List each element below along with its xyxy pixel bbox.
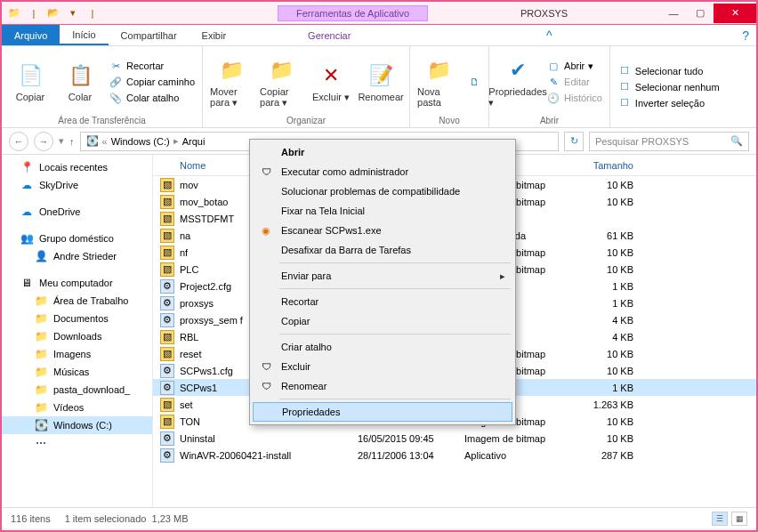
copy-to-button[interactable]: 📁Copiar para ▾ bbox=[260, 50, 302, 114]
drive-icon: 💽 bbox=[86, 135, 99, 147]
nav-documents[interactable]: 📁Documentos bbox=[2, 310, 152, 327]
shield-icon: 🛡 bbox=[258, 164, 274, 180]
ctx-scan[interactable]: ◉Escanear SCPws1.exe bbox=[253, 221, 512, 240]
tab-share[interactable]: Compartilhar bbox=[109, 25, 190, 45]
ctx-unpin-taskbar[interactable]: Desafixar da Barra de Tarefas bbox=[253, 240, 512, 260]
app-icon: ⚙ bbox=[160, 296, 174, 310]
cut-button[interactable]: ✂Recortar bbox=[109, 59, 195, 73]
up-button[interactable]: ↑ bbox=[69, 136, 75, 147]
ctx-compat[interactable]: Solucionar problemas de compatibilidade bbox=[253, 181, 512, 201]
ctx-cut[interactable]: Recortar bbox=[253, 292, 512, 311]
back-button[interactable]: ← bbox=[9, 132, 28, 151]
scan-icon: ◉ bbox=[258, 222, 274, 238]
view-details-button[interactable]: ☰ bbox=[712, 512, 728, 526]
tab-manage[interactable]: Gerenciar bbox=[295, 25, 363, 45]
window-title: PROXSYS bbox=[428, 8, 660, 19]
close-button[interactable]: ✕ bbox=[714, 4, 756, 23]
forward-button[interactable]: → bbox=[34, 132, 53, 151]
navigation-pane[interactable]: 📍Locais recentes ☁SkyDrive ☁OneDrive 👥Gr… bbox=[2, 155, 153, 507]
app-icon: ⚙ bbox=[160, 448, 174, 463]
ctx-send-to[interactable]: Enviar para▸ bbox=[253, 266, 512, 286]
ctx-rename[interactable]: 🛡Renomear bbox=[253, 376, 512, 396]
nav-user[interactable]: 👤Andre Strieder bbox=[2, 247, 152, 265]
refresh-button[interactable]: ↻ bbox=[564, 132, 584, 151]
qat-divider: | bbox=[27, 6, 41, 20]
paste-shortcut-button[interactable]: 📎Colar atalho bbox=[109, 91, 195, 105]
maximize-button[interactable]: ▢ bbox=[687, 4, 714, 23]
ctx-properties[interactable]: Propriedades bbox=[253, 402, 512, 422]
search-input[interactable]: Pesquisar PROXSYS🔍 bbox=[589, 132, 749, 151]
nav-computer[interactable]: 🖥Meu computador bbox=[2, 274, 152, 292]
file-row[interactable]: ⚙WinAVR-20060421-install28/11/2006 13:04… bbox=[153, 447, 756, 463]
new-item-button[interactable]: 🗋 bbox=[467, 75, 481, 89]
tab-file[interactable]: Arquivo bbox=[2, 25, 60, 45]
nav-desktop[interactable]: 📁Área de Trabalho bbox=[2, 292, 152, 310]
paste-button[interactable]: 📋Colar bbox=[59, 50, 101, 114]
ctx-separator bbox=[279, 399, 511, 399]
bmp-icon: ▧ bbox=[160, 246, 174, 260]
move-to-button[interactable]: 📁Mover para ▾ bbox=[210, 50, 253, 114]
delete-button[interactable]: ✕Excluir ▾ bbox=[310, 50, 352, 114]
new-folder-button[interactable]: 📁Nova pasta bbox=[417, 50, 460, 114]
nav-homegroup[interactable]: 👥Grupo doméstico bbox=[2, 230, 152, 247]
qat-divider2: | bbox=[85, 6, 100, 20]
cfg-icon: ⚙ bbox=[160, 364, 174, 378]
copy-button[interactable]: 📄Copiar bbox=[9, 50, 52, 114]
group-organize-label: Organizar bbox=[210, 114, 402, 125]
folder-open-icon: 📂 bbox=[46, 6, 60, 20]
nav-videos[interactable]: 📁Vídeos bbox=[2, 399, 152, 416]
nav-onedrive[interactable]: ☁OneDrive bbox=[2, 203, 152, 221]
bmp-icon: ▧ bbox=[160, 330, 174, 344]
select-all-button[interactable]: ☐Selecionar tudo bbox=[617, 64, 720, 78]
group-open-label: Abrir bbox=[496, 114, 602, 125]
app-icon: ⚙ bbox=[160, 381, 174, 395]
tab-home[interactable]: Início bbox=[60, 25, 108, 45]
bmp-icon: ▧ bbox=[160, 415, 174, 429]
app-icon: ⚙ bbox=[160, 313, 174, 327]
nav-music[interactable]: 📁Músicas bbox=[2, 363, 152, 381]
nav-images[interactable]: 📁Imagens bbox=[2, 345, 152, 363]
rename-button[interactable]: 📝Renomear bbox=[359, 50, 402, 114]
app-icon: ⚙ bbox=[160, 431, 174, 446]
ctx-separator bbox=[279, 334, 511, 335]
help-icon[interactable]: ? bbox=[742, 25, 749, 45]
ctx-separator bbox=[279, 262, 511, 263]
select-none-button[interactable]: ☐Selecionar nenhum bbox=[617, 80, 720, 94]
nav-cdrive[interactable]: 💽Windows (C:) bbox=[2, 416, 152, 434]
properties-button[interactable]: ✔Propriedades ▾ bbox=[496, 50, 539, 114]
bmp-icon: ▧ bbox=[160, 262, 174, 277]
view-icons-button[interactable]: ▦ bbox=[731, 512, 747, 526]
invert-selection-button[interactable]: ☐Inverter seleção bbox=[617, 96, 720, 110]
ctx-run-as-admin[interactable]: 🛡Executar como administrador bbox=[253, 162, 512, 181]
tab-view[interactable]: Exibir bbox=[190, 25, 239, 45]
copy-path-button[interactable]: 🔗Copiar caminho bbox=[109, 75, 195, 89]
dll-icon: ▧ bbox=[160, 212, 174, 226]
ctx-open[interactable]: Abrir bbox=[253, 142, 512, 162]
file-row[interactable]: ⚙Uninstal16/05/2015 09:45Imagem de bitma… bbox=[153, 430, 756, 447]
qat-dropdown-icon[interactable]: ▾ bbox=[66, 6, 80, 20]
submenu-arrow-icon: ▸ bbox=[500, 270, 505, 282]
group-clipboard-label: Área de Transferência bbox=[9, 114, 195, 125]
nav-downloads[interactable]: 📁Downloads bbox=[2, 327, 152, 345]
nav-recent[interactable]: 📍Locais recentes bbox=[2, 158, 152, 176]
column-size[interactable]: Tamanho bbox=[580, 160, 642, 171]
nav-skydrive[interactable]: ☁SkyDrive bbox=[2, 176, 152, 194]
ctx-copy[interactable]: Copiar bbox=[253, 311, 512, 331]
minimize-button[interactable]: — bbox=[660, 4, 687, 23]
nav-more[interactable]: ⋯ bbox=[2, 434, 152, 452]
bmp-icon: ▧ bbox=[160, 195, 174, 209]
ctx-separator bbox=[279, 288, 511, 289]
contextual-tab-label: Ferramentas de Aplicativo bbox=[278, 5, 428, 21]
ctx-pin-start[interactable]: Fixar na Tela Inicial bbox=[253, 201, 512, 221]
context-menu: Abrir 🛡Executar como administrador Soluc… bbox=[249, 139, 516, 425]
nav-pasta[interactable]: 📁pasta_download_ bbox=[2, 381, 152, 399]
shield-icon: 🛡 bbox=[258, 378, 274, 394]
ctx-delete[interactable]: 🛡Excluir bbox=[253, 357, 512, 376]
history-button: 🕘Histórico bbox=[546, 91, 602, 105]
status-item-count: 116 itens bbox=[11, 513, 51, 524]
recent-locations-button[interactable]: ▾ bbox=[59, 135, 64, 147]
ctx-create-shortcut[interactable]: Criar atalho bbox=[253, 337, 512, 357]
ribbon-collapse-icon[interactable]: ^ bbox=[546, 25, 552, 45]
open-button[interactable]: ▢Abrir ▾ bbox=[546, 59, 602, 73]
shield-icon: 🛡 bbox=[258, 359, 274, 375]
